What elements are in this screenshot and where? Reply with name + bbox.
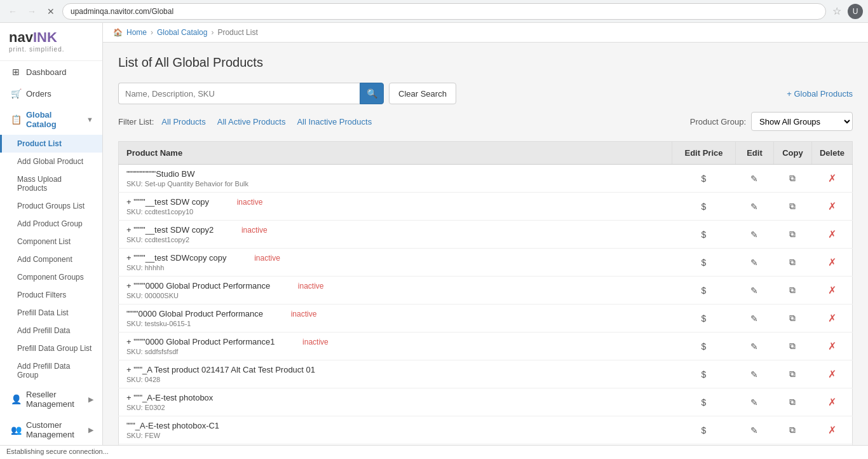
copy-button[interactable]: ⧉ — [787, 284, 798, 297]
product-group-select[interactable]: Show All Groups — [751, 112, 853, 131]
delete-button[interactable]: ✗ — [825, 255, 839, 270]
sidebar-item-add-global-product[interactable]: Add Global Product — [0, 153, 102, 170]
sidebar-item-product-filters[interactable]: Product Filters — [0, 286, 102, 304]
back-button[interactable]: ← — [5, 4, 20, 19]
dashboard-icon: ⊞ — [11, 67, 21, 77]
sidebar-label-prefill-data-group-list: Prefill Data Group List — [17, 344, 92, 353]
sidebar-item-mass-upload[interactable]: Mass Upload Products — [0, 170, 102, 197]
sidebar-item-add-prefill-data[interactable]: Add Prefill Data — [0, 322, 102, 339]
edit-price-button[interactable]: $ — [702, 425, 707, 435]
edit-button[interactable]: ✎ — [748, 368, 761, 381]
edit-price-button[interactable]: $ — [702, 174, 707, 184]
edit-price-button[interactable]: $ — [702, 285, 707, 296]
sidebar-label-prefill-data-list: Prefill Data List — [17, 308, 69, 317]
delete-button[interactable]: ✗ — [825, 311, 839, 325]
copy-cell: ⧉ — [773, 165, 811, 193]
copy-button[interactable]: ⧉ — [787, 395, 798, 409]
sidebar-item-customer-management[interactable]: 👥 Customer Management ▶ — [0, 414, 102, 445]
edit-price-button[interactable]: $ — [702, 369, 707, 380]
edit-price-button[interactable]: $ — [702, 341, 707, 352]
sidebar-label-component-groups: Component Groups — [17, 273, 84, 282]
edit-button[interactable]: ✎ — [748, 396, 761, 409]
product-status-cell: $ — [672, 416, 735, 444]
edit-price-button[interactable]: $ — [702, 257, 707, 268]
sidebar-label-dashboard: Dashboard — [26, 67, 67, 77]
product-name-cell: + """"__test SDWcopy copy inactive SKU: … — [119, 249, 672, 277]
edit-button[interactable]: ✎ — [748, 312, 761, 325]
search-input[interactable] — [118, 83, 360, 104]
sidebar-item-product-groups-list[interactable]: Product Groups List — [0, 197, 102, 215]
sidebar-item-component-list[interactable]: Component List — [0, 233, 102, 250]
sidebar-item-reseller-management[interactable]: 👤 Reseller Management ▶ — [0, 384, 102, 414]
edit-button[interactable]: ✎ — [748, 200, 761, 213]
copy-button[interactable]: ⧉ — [787, 228, 798, 241]
user-avatar[interactable]: U — [848, 4, 863, 19]
reload-button[interactable]: ✕ — [43, 4, 58, 19]
edit-price-button[interactable]: $ — [702, 397, 707, 408]
product-name-cell: + """"__test SDW copy2 inactive SKU: ccd… — [119, 221, 672, 249]
sidebar-label-add-prefill-data: Add Prefill Data — [17, 326, 70, 335]
address-bar[interactable] — [62, 3, 826, 20]
edit-cell: ✎ — [735, 277, 773, 305]
copy-button[interactable]: ⧉ — [787, 200, 798, 213]
sidebar-item-product-list[interactable]: Product List — [0, 135, 102, 153]
status-bar: Establishing secure connection... — [0, 445, 868, 459]
edit-button[interactable]: ✎ — [748, 172, 761, 185]
breadcrumb-current: Product List — [217, 28, 257, 37]
sidebar-item-prefill-data-group-list[interactable]: Prefill Data Group List — [0, 339, 102, 357]
edit-button[interactable]: ✎ — [748, 424, 761, 437]
global-products-link[interactable]: + Global Products — [787, 89, 853, 99]
delete-button[interactable]: ✗ — [825, 339, 839, 353]
col-edit: Edit — [735, 142, 773, 165]
product-name-cell: """"""""""Studio BW SKU: Set-up Quantity… — [119, 165, 672, 193]
edit-button[interactable]: ✎ — [748, 256, 761, 269]
delete-button[interactable]: ✗ — [825, 171, 839, 186]
filter-all-products[interactable]: All Products — [161, 117, 205, 127]
copy-button[interactable]: ⧉ — [787, 339, 798, 353]
col-delete: Delete — [811, 142, 852, 165]
sidebar-item-prefill-data-list[interactable]: Prefill Data List — [0, 304, 102, 322]
delete-button[interactable]: ✗ — [825, 227, 839, 242]
sidebar-item-component-groups[interactable]: Component Groups — [0, 268, 102, 286]
filter-inactive-products[interactable]: All Inactive Products — [297, 117, 372, 127]
copy-button[interactable]: ⧉ — [787, 256, 798, 269]
product-sku: SKU: sddfsfsfsdf — [126, 348, 664, 355]
edit-button[interactable]: ✎ — [748, 284, 761, 297]
delete-button[interactable]: ✗ — [825, 367, 839, 381]
breadcrumb-global-catalog[interactable]: Global Catalog — [157, 28, 207, 37]
product-status-cell: $ — [672, 193, 735, 221]
sidebar-item-dashboard[interactable]: ⊞ Dashboard — [0, 61, 102, 83]
filter-row: Filter List: All Products All Active Pro… — [118, 112, 853, 131]
search-button[interactable]: 🔍 — [360, 83, 384, 104]
sidebar-item-orders[interactable]: 🛒 Orders — [0, 83, 102, 104]
copy-button[interactable]: ⧉ — [787, 312, 798, 325]
bookmark-icon[interactable]: ☆ — [832, 5, 841, 17]
logo: navINK print. simplified. — [0, 23, 102, 61]
sidebar-item-add-product-group[interactable]: Add Product Group — [0, 215, 102, 233]
filter-active-products[interactable]: All Active Products — [217, 117, 286, 127]
status-badge: inactive — [241, 226, 268, 235]
delete-button[interactable]: ✗ — [825, 199, 839, 214]
sidebar-item-add-prefill-data-group[interactable]: Add Prefill Data Group — [0, 357, 102, 384]
copy-button[interactable]: ⧉ — [787, 367, 798, 381]
edit-button[interactable]: ✎ — [748, 340, 761, 353]
copy-button[interactable]: ⧉ — [787, 423, 798, 437]
copy-cell: ⧉ — [773, 332, 811, 360]
sidebar-item-global-catalog[interactable]: 📋 Global Catalog ▼ — [0, 104, 102, 135]
sidebar-item-add-component[interactable]: Add Component — [0, 250, 102, 268]
clear-search-button[interactable]: Clear Search — [389, 83, 456, 104]
delete-button[interactable]: ✗ — [825, 395, 839, 409]
forward-button[interactable]: → — [24, 4, 39, 19]
edit-price-button[interactable]: $ — [702, 202, 707, 212]
breadcrumb-home[interactable]: Home — [126, 28, 147, 37]
table-row: + """"0000 Global Product Performance in… — [119, 277, 853, 305]
delete-button[interactable]: ✗ — [825, 423, 839, 437]
copy-button[interactable]: ⧉ — [787, 172, 798, 185]
product-name-cell: """_A-E-test photobox-C1 SKU: FEW — [119, 416, 672, 444]
edit-button[interactable]: ✎ — [748, 228, 761, 241]
edit-price-button[interactable]: $ — [702, 230, 707, 240]
delete-button[interactable]: ✗ — [825, 283, 839, 298]
edit-price-button[interactable]: $ — [702, 313, 707, 324]
product-name: + """"__test SDW copy inactive — [126, 197, 664, 207]
search-row: 🔍 Clear Search + Global Products — [118, 83, 853, 104]
